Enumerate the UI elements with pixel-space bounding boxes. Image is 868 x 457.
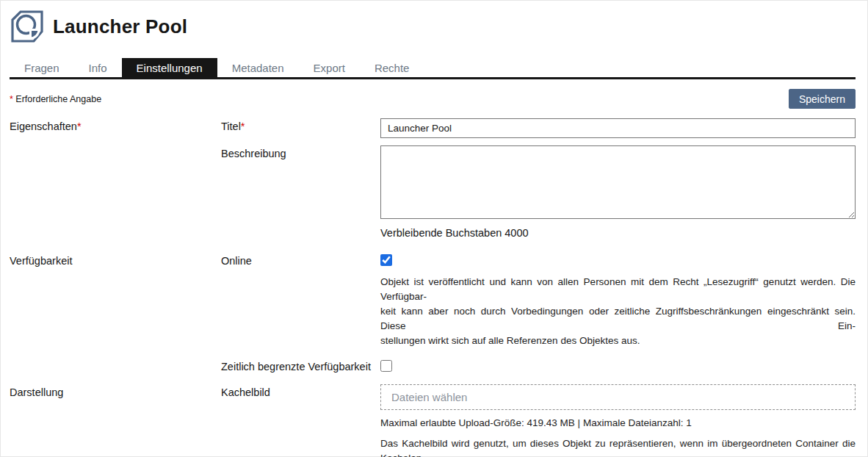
form-toolbar-top: * Erforderliche Angabe Speichern [1,89,867,109]
beschreibung-textarea[interactable] [380,145,856,219]
tab-export[interactable]: Export [299,58,360,77]
tab-info[interactable]: Info [74,58,122,77]
field-label-kachelbild: Kachelbild [221,384,380,398]
titel-input[interactable] [380,118,856,138]
kachelbild-control-cell: Dateien wählen Maximal erlaubte Upload-G… [380,384,856,457]
zeitlich-control-cell [380,359,856,375]
titel-required-asterisk: * [241,120,245,132]
required-note-top: * Erforderliche Angabe [10,94,101,104]
eigenschaften-required-asterisk: * [77,120,82,132]
zeitlich-begrenzte-verfuegbarkeit-checkbox[interactable] [380,360,392,372]
tab-fragen[interactable]: Fragen [10,58,74,77]
tab-einstellungen[interactable]: Einstellungen [122,58,217,77]
section-label-verfuegbarkeit: Verfügbarkeit [10,253,221,267]
tab-metadaten[interactable]: Metadaten [217,58,299,77]
form-row-zeitlich: Zeitlich begrenzte Verfügbarkeit [1,359,867,375]
titel-label-text: Titel [221,120,241,132]
form-row-online: Verfügbarkeit Online Objekt ist veröffen… [1,253,867,348]
page-title: Launcher Pool [53,15,187,38]
required-note-label: Erforderliche Angabe [15,94,101,104]
online-checkbox[interactable] [380,254,392,266]
field-label-beschreibung: Beschreibung [221,145,380,159]
form-row-beschreibung: Beschreibung Verbleibende Buchstaben 400… [1,145,867,239]
tab-bar: Fragen Info Einstellungen Metadaten Expo… [10,58,856,79]
online-control-cell: Objekt ist veröffentlicht und kann von a… [380,253,856,348]
field-label-online: Online [221,253,380,267]
remaining-chars-note: Verbleibende Buchstaben 4000 [380,227,856,239]
file-dropzone[interactable]: Dateien wählen [380,384,856,410]
page: Launcher Pool Fragen Info Einstellungen … [0,0,868,457]
section-label-darstellung: Darstellung [10,384,221,398]
kachelbild-help-line-1: Das Kachelbild wird genutzt, um dieses O… [380,436,856,457]
form-row-kachelbild: Darstellung Kachelbild Dateien wählen Ma… [1,384,867,457]
field-label-zeitlich-begrenzte-verfuegbarkeit: Zeitlich begrenzte Verfügbarkeit [221,359,380,373]
online-help-line-2: keit kann aber noch durch Vorbedingungen… [380,304,856,334]
section-label-eigenschaften: Eigenschaften* [10,118,221,132]
tab-rechte[interactable]: Rechte [360,58,424,77]
titel-control-cell [380,118,856,138]
dateien-waehlen-label: Dateien wählen [391,391,467,403]
form-row-titel: Eigenschaften* Titel* [1,118,867,138]
field-label-titel: Titel* [221,118,380,132]
save-button-top[interactable]: Speichern [789,89,856,109]
online-help-line-1: Objekt ist veröffentlicht und kann von a… [380,275,856,304]
required-asterisk: * [10,94,13,104]
eigenschaften-label-text: Eigenschaften [10,120,77,132]
object-header: Launcher Pool [1,1,867,43]
beschreibung-control-cell: Verbleibende Buchstaben 4000 [380,145,856,239]
launcher-pool-object-icon [11,10,43,43]
online-help-text: Objekt ist veröffentlicht und kann von a… [380,275,856,348]
kachelbild-help-text: Das Kachelbild wird genutzt, um dieses O… [380,436,856,457]
online-help-line-3: stellungen wirkt sich auf alle Referenze… [380,334,856,348]
upload-limit-note: Maximal erlaubte Upload-Größe: 419.43 MB… [380,417,856,428]
